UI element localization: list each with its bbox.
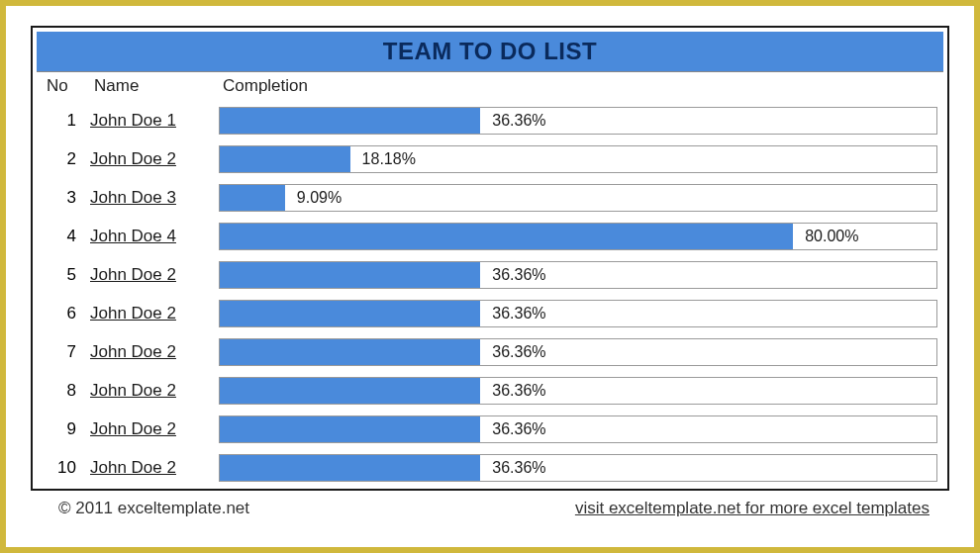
progress-fill: [220, 185, 285, 211]
table-row: 9John Doe 236.36%: [43, 411, 937, 447]
name-link[interactable]: John Doe 2: [90, 304, 176, 323]
row-name: John Doe 2: [90, 149, 219, 169]
progress-label: 36.36%: [480, 459, 545, 477]
progress-fill: [220, 108, 480, 134]
progress-label: 18.18%: [350, 150, 416, 168]
name-link[interactable]: John Doe 3: [90, 188, 176, 207]
row-name: John Doe 2: [90, 419, 219, 439]
content-area: No Name Completion 1John Doe 136.36%2Joh…: [33, 72, 947, 486]
name-link[interactable]: John Doe 2: [90, 149, 176, 168]
row-name: John Doe 2: [90, 381, 219, 401]
name-link[interactable]: John Doe 2: [90, 419, 176, 438]
progress-fill: [220, 378, 480, 404]
row-no: 9: [43, 419, 90, 439]
row-no: 1: [43, 111, 90, 131]
row-name: John Doe 4: [90, 227, 219, 246]
progress-label: 36.36%: [480, 266, 545, 284]
page-title: TEAM TO DO LIST: [37, 38, 943, 65]
table-row: 4John Doe 480.00%: [43, 218, 937, 254]
progress-fill: [220, 455, 480, 481]
row-name: John Doe 2: [90, 265, 219, 285]
row-no: 10: [43, 458, 90, 478]
row-no: 7: [43, 342, 90, 362]
progress-bar: 36.36%: [219, 415, 937, 443]
name-link[interactable]: John Doe 2: [90, 265, 176, 284]
row-no: 4: [43, 227, 90, 246]
progress-bar: 9.09%: [219, 184, 937, 212]
progress-bar: 80.00%: [219, 223, 937, 250]
progress-label: 36.36%: [480, 420, 545, 438]
header-no: No: [47, 76, 94, 96]
table-row: 1John Doe 136.36%: [43, 102, 937, 138]
table-row: 6John Doe 236.36%: [43, 295, 937, 331]
progress-label: 36.36%: [480, 112, 545, 130]
row-no: 5: [43, 265, 90, 285]
progress-fill: [220, 146, 350, 172]
row-name: John Doe 1: [90, 111, 219, 131]
progress-fill: [220, 301, 480, 326]
footer: © 2011 exceltemplate.net visit exceltemp…: [31, 491, 949, 518]
row-name: John Doe 3: [90, 188, 219, 208]
progress-fill: [220, 262, 480, 288]
progress-bar: 36.36%: [219, 261, 937, 289]
name-link[interactable]: John Doe 4: [90, 227, 176, 245]
progress-label: 36.36%: [480, 382, 545, 400]
header-name: Name: [94, 76, 223, 96]
more-templates-link[interactable]: visit exceltemplate.net for more excel t…: [575, 499, 930, 518]
row-no: 3: [43, 188, 90, 208]
progress-fill: [220, 224, 793, 249]
table-row: 5John Doe 236.36%: [43, 256, 937, 293]
title-bar: TEAM TO DO LIST: [37, 32, 943, 72]
progress-bar: 36.36%: [219, 300, 937, 327]
copyright-text: © 2011 exceltemplate.net: [58, 499, 249, 518]
row-name: John Doe 2: [90, 342, 219, 362]
row-name: John Doe 2: [90, 304, 219, 323]
todo-card: TEAM TO DO LIST No Name Completion 1John…: [31, 26, 949, 491]
progress-bar: 36.36%: [219, 107, 937, 135]
table-row: 8John Doe 236.36%: [43, 372, 937, 409]
progress-label: 9.09%: [285, 189, 342, 207]
table-row: 2John Doe 218.18%: [43, 140, 937, 177]
rows-container: 1John Doe 136.36%2John Doe 218.18%3John …: [43, 102, 937, 486]
name-link[interactable]: John Doe 2: [90, 342, 176, 361]
table-header: No Name Completion: [43, 76, 937, 96]
progress-fill: [220, 339, 480, 365]
name-link[interactable]: John Doe 1: [90, 111, 176, 130]
row-no: 8: [43, 381, 90, 401]
name-link[interactable]: John Doe 2: [90, 458, 176, 477]
progress-bar: 18.18%: [219, 145, 937, 173]
table-row: 10John Doe 236.36%: [43, 449, 937, 486]
table-row: 7John Doe 236.36%: [43, 333, 937, 370]
row-no: 2: [43, 149, 90, 169]
row-no: 6: [43, 304, 90, 323]
header-completion: Completion: [223, 76, 937, 96]
progress-bar: 36.36%: [219, 338, 937, 366]
progress-bar: 36.36%: [219, 454, 937, 482]
progress-fill: [220, 416, 480, 442]
row-name: John Doe 2: [90, 458, 219, 478]
name-link[interactable]: John Doe 2: [90, 381, 176, 400]
progress-label: 36.36%: [480, 305, 545, 323]
table-row: 3John Doe 39.09%: [43, 179, 937, 216]
progress-label: 36.36%: [480, 343, 545, 361]
progress-label: 80.00%: [793, 228, 858, 245]
progress-bar: 36.36%: [219, 377, 937, 405]
